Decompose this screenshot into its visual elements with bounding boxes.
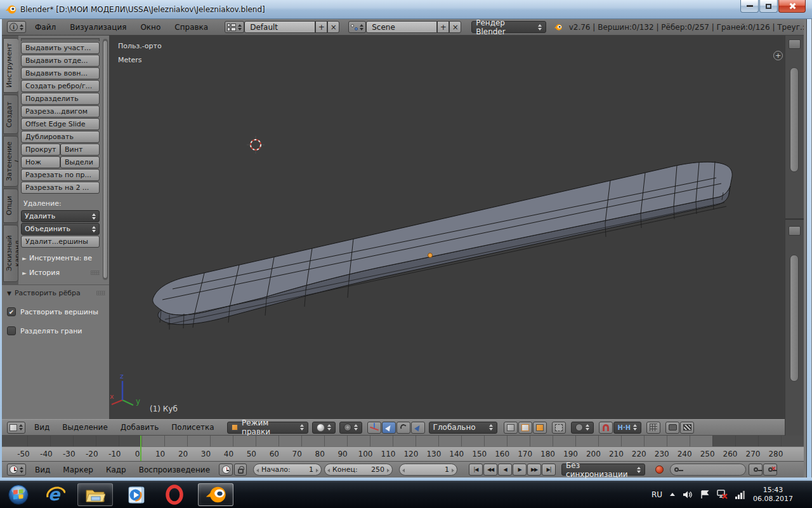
volume-icon[interactable] [683,490,693,499]
mode-dropdown[interactable]: Режим правки [227,422,308,434]
proportional-edit-dropdown[interactable] [571,422,594,434]
panel-weight-tools[interactable]: ► Инструменты: ве [22,254,100,262]
face-select-button[interactable] [533,422,547,434]
tool-button[interactable]: Нож [21,156,60,168]
viewport-shading-dropdown[interactable] [312,422,336,434]
maximize-button[interactable] [759,0,778,13]
action-center-flag-icon[interactable] [700,490,709,499]
translate-manipulator-button[interactable] [382,422,396,434]
tool-button[interactable]: Выдавить отде... [21,55,100,67]
next-keyframe-button[interactable]: ▶▶ [527,464,541,476]
audio-sync-dropdown[interactable]: Без синхронизации [561,464,645,476]
play-button[interactable]: ▶ [513,464,527,476]
outliner-scrollbar[interactable] [790,67,799,172]
show-frame-indicator-button[interactable] [219,464,233,476]
opengl-animation-button[interactable] [680,422,694,434]
play-reverse-button[interactable]: ◀ [498,464,512,476]
3d-viewport[interactable]: Польз.-орто Meters + [109,36,785,419]
snap-peel-button[interactable] [646,422,660,434]
shelf-scrollbar[interactable] [102,36,109,284]
hidden-icons-arrow[interactable] [670,493,675,496]
current-frame-field[interactable]: 1 [399,464,457,476]
editor-type-selector[interactable] [7,422,25,434]
menu-item[interactable]: Вид [34,423,49,432]
end-frame-field[interactable]: Конец: 250 [324,464,393,476]
tab-shading[interactable]: Затенение / [3,136,18,187]
taskbar-windows-explorer[interactable] [77,483,113,506]
signal-strength-icon[interactable] [735,490,745,499]
scrollbar-thumb[interactable] [103,40,108,279]
manipulator-toggle-button[interactable] [367,422,381,434]
current-frame-indicator[interactable] [140,436,141,461]
tool-button[interactable]: Прокрут [21,144,60,156]
menu-item[interactable]: Справка [174,23,208,32]
jump-to-end-button[interactable]: ▶| [542,464,556,476]
tab-create[interactable]: Создат [3,95,18,134]
menu-item[interactable]: Кадр [106,465,126,474]
tool-button[interactable]: Разреза...двигом [21,105,100,117]
tab-tools[interactable]: Инструмент [3,38,19,93]
close-button[interactable] [778,0,806,13]
tab-options[interactable]: Опци [3,189,18,223]
merge-menu[interactable]: Объединить [21,223,100,235]
taskbar-internet-explorer[interactable]: e [43,483,69,506]
keying-set-field[interactable] [670,464,746,476]
timeline-ruler[interactable]: -50-40-30-20-100102030405060708090100110… [2,446,804,461]
edge-select-button[interactable] [518,422,532,434]
checkbox-checked-icon[interactable]: ✔ [7,307,16,316]
scale-manipulator-button[interactable] [411,422,425,434]
limit-selection-visible-button[interactable] [552,422,566,434]
tool-button[interactable]: Выдавить участ... [21,42,100,54]
tool-button[interactable]: Разрезать на 2 ... [21,182,100,194]
properties-editor-icon[interactable] [789,226,801,236]
scene-add-button[interactable]: + [437,21,449,33]
remove-doubles-button[interactable]: Удалит...ершины [21,236,100,248]
transform-orientation-dropdown[interactable]: Глобально [429,422,497,434]
pivot-point-dropdown[interactable] [339,422,362,434]
panel-grip-icon[interactable] [91,271,100,275]
scene-selector[interactable] [348,21,366,33]
taskbar-blender[interactable] [198,483,233,506]
menu-item[interactable]: Файл [35,23,56,32]
delete-keyframe-button[interactable] [763,464,777,476]
tool-button[interactable]: Подразделить [21,93,100,105]
previous-keyframe-button[interactable]: ◀◀ [483,464,497,476]
delete-menu[interactable]: Удалить [21,210,100,222]
checkbox-unchecked-icon[interactable] [7,326,16,335]
screen-layout-name[interactable]: Default [244,21,315,33]
tool-button[interactable]: Винт [60,144,100,156]
vertex-select-button[interactable] [504,422,518,434]
tool-button[interactable]: Выдавить вовн... [21,67,100,79]
outliner-editor-icon[interactable] [789,39,801,49]
operator-panel-header[interactable]: ▼ Растворить рёбра [7,289,105,297]
language-indicator[interactable]: RU [652,490,662,499]
screen-layout-selector[interactable] [225,21,244,33]
menu-item[interactable]: Окно [140,23,160,32]
menu-item[interactable]: Полисетка [171,423,214,432]
insert-keyframe-button[interactable] [749,464,763,476]
render-engine-dropdown[interactable]: Рендер Blender [471,21,546,33]
menu-item[interactable]: Вид [35,465,50,474]
taskbar-opera[interactable] [161,483,188,506]
panel-grip-icon[interactable] [96,291,105,295]
jump-to-start-button[interactable]: |◀ [469,464,483,476]
clipped-button[interactable] [21,38,100,41]
minimize-button[interactable] [740,0,759,13]
tool-button[interactable]: Создать ребро/г... [21,80,100,92]
lock-time-cursor-button[interactable] [234,464,247,476]
menu-item[interactable]: Визуализация [70,23,126,32]
dissolve-verts-option[interactable]: ✔ Растворить вершины [7,307,105,316]
tool-button[interactable]: Offset Edge Slide [21,118,100,130]
editor-type-selector[interactable] [7,464,26,476]
tool-button[interactable]: Выдели [60,156,100,168]
menu-item[interactable]: Добавить [121,423,159,432]
layout-add-button[interactable]: + [315,21,327,33]
menu-item[interactable]: Воспроизведение [139,465,210,474]
snap-toggle-button[interactable] [599,422,613,434]
menu-item[interactable]: Выделение [62,423,107,432]
rotate-manipulator-button[interactable] [396,422,410,434]
opengl-render-button[interactable] [665,422,679,434]
properties-region-expand-icon[interactable]: + [773,51,783,60]
start-frame-field[interactable]: Начало: 1 [253,464,322,476]
auto-keyframe-record-button[interactable] [655,465,664,474]
